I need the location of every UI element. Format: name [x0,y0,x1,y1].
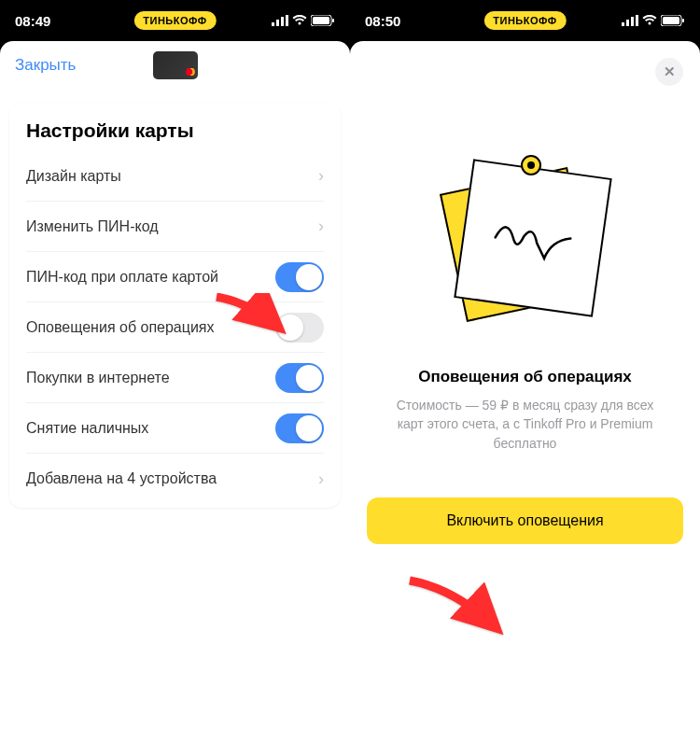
toggle-online[interactable] [275,363,324,393]
card-settings-section: Настройки карты Дизайн карты › Изменить … [9,103,341,508]
annotation-arrow-icon [213,293,287,343]
close-button[interactable]: ✕ [655,58,683,86]
battery-icon [311,15,335,26]
svg-rect-3 [286,15,288,26]
svg-rect-0 [272,22,274,26]
wifi-icon [642,15,657,26]
brand-pill: ТИНЬКОФФ [133,11,216,30]
enable-notifications-button[interactable]: Включить оповещения [367,497,683,544]
pin-icon [521,155,541,175]
annotation-arrow-icon [404,575,507,644]
row-label: Дизайн карты [26,168,121,185]
promo-text: Оповещения об операциях Стоимость — 59 ₽… [350,368,700,453]
svg-rect-9 [631,17,634,26]
cellular-icon [622,15,638,26]
phone-screen-promo: 08:50 ТИНЬКОФФ ✕ Оповещения об операциях… [350,0,700,756]
svg-rect-2 [281,17,284,26]
chevron-right-icon: › [318,469,324,489]
svg-rect-7 [622,22,624,26]
chevron-right-icon: › [318,217,324,236]
status-time: 08:50 [365,13,421,29]
chevron-right-icon: › [318,166,324,186]
row-label: Оповещения об операциях [26,319,215,336]
close-icon: ✕ [664,63,676,80]
row-online-purchases: Покупки в интернете [26,353,324,403]
row-label: Добавлена на 4 устройства [26,470,217,487]
cellular-icon [272,15,288,26]
promo-subtitle: Стоимость — 59 ₽ в месяц сразу для всех … [387,396,663,453]
row-label: Снятие наличных [26,420,148,437]
sticky-note-front-icon [454,159,611,316]
toggle-pin-on-pay[interactable] [275,262,324,292]
svg-rect-8 [626,20,629,26]
wifi-icon [292,15,307,26]
battery-icon [661,15,685,26]
row-label: Изменить ПИН-код [26,218,159,235]
brand-pill: ТИНЬКОФФ [483,11,566,30]
settings-sheet: Закрыть Настройки карты Дизайн карты › И… [0,41,350,756]
status-bar: 08:49 ТИНЬКОФФ [0,0,350,41]
row-change-pin[interactable]: Изменить ПИН-код › [26,202,324,252]
status-icons [622,15,685,26]
promo-title: Оповещения об операциях [387,368,663,386]
sheet-header: Закрыть [0,41,350,90]
row-cash-withdrawal: Снятие наличных [26,403,324,454]
svg-rect-13 [682,19,684,22]
illustration [350,41,700,312]
svg-rect-5 [313,17,329,24]
section-title: Настройки карты [26,119,324,142]
svg-rect-1 [276,20,279,26]
row-label: Покупки в интернете [26,370,170,386]
row-card-design[interactable]: Дизайн карты › [26,151,324,202]
card-thumbnail[interactable] [153,51,198,79]
row-devices[interactable]: Добавлена на 4 устройства › [26,454,324,504]
toggle-cash[interactable] [275,413,324,443]
svg-rect-6 [332,19,334,22]
row-label: ПИН-код при оплате картой [26,269,218,286]
promo-sheet: ✕ Оповещения об операциях Стоимость — 59… [350,41,700,756]
status-time: 08:49 [15,13,71,29]
close-button[interactable]: Закрыть [15,56,76,75]
status-icons [272,15,335,26]
phone-screen-settings: 08:49 ТИНЬКОФФ Закрыть Настройки карты Д… [0,0,350,756]
status-bar: 08:50 ТИНЬКОФФ [350,0,700,41]
svg-rect-12 [663,17,679,24]
svg-rect-10 [636,15,638,26]
